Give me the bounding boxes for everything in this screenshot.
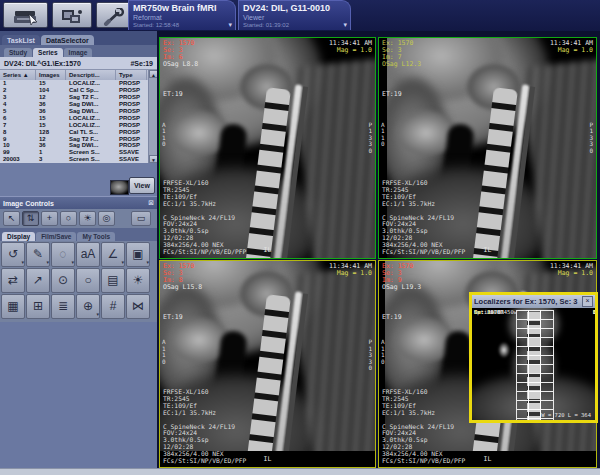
tab-series[interactable]: Series <box>33 48 63 57</box>
table-row[interactable]: 912Sag T2 F...PROSP <box>0 135 148 142</box>
table-row[interactable]: 115LOCALIZ...PROSP <box>0 80 148 87</box>
table-row[interactable]: 200033Screen S...SSAVE <box>0 156 148 163</box>
zoom-tool[interactable]: ○ <box>60 211 77 226</box>
column-header[interactable]: Series ▲ <box>0 70 36 80</box>
left-orientation-marker: A 1 1 0 <box>381 339 385 365</box>
rotate-flip-tool[interactable]: ↺▾ <box>1 242 25 267</box>
table-row[interactable]: 436Sag DWI...PROSP <box>0 101 148 108</box>
cine-tool[interactable]: ▤ <box>101 268 125 293</box>
pane-overlay: Ex: 1570Se: 3Im: 7OSag L12.3ET:1911:34:4… <box>379 38 596 258</box>
zoom-tool-icon: ○ <box>66 213 71 223</box>
contrast-tool[interactable]: ☀ <box>79 211 96 226</box>
session-subtitle: Viewer <box>243 14 346 21</box>
session-tab-reformat[interactable]: MR750w Brain fMRI Reformat Started: 12:5… <box>128 0 236 30</box>
table-cell: PROSP <box>116 122 147 128</box>
scan-parameters-block: FRFSE-XL/160 TR:2545 TE:109/Ef EC:1/1 35… <box>163 389 246 465</box>
image-controls-toolbar: ↖⇅+○☀◎▭ <box>0 209 157 228</box>
window-slider-tool[interactable]: ⇅ <box>22 211 39 226</box>
session-title: MR750w Brain fMRI <box>133 3 231 13</box>
layout-tool[interactable]: ⊞ <box>26 294 50 319</box>
image-controls-title: Image Controls <box>3 200 54 207</box>
annotate-arrow-tool-icon: ↗ <box>27 269 49 292</box>
table-scrollbar[interactable]: ▲ ▼ <box>148 70 157 163</box>
monitor-button[interactable]: ▭ <box>131 211 151 226</box>
table-row[interactable]: 312Sag T2 F...PROSP <box>0 94 148 101</box>
scan-parameters-block: FRFSE-XL/160 TR:2545 TE:109/Ef EC:1/1 35… <box>382 389 465 465</box>
cursor-tool[interactable]: ↖ <box>3 211 20 226</box>
table-cell: Sag DWI... <box>66 108 116 114</box>
tab-image[interactable]: Image <box>64 48 93 57</box>
table-row[interactable]: 1036Sag DWI...PROSP <box>0 142 148 149</box>
localizer-panel[interactable]: Localizers for Ex: 1570, Se: 3 × Optima … <box>469 292 598 423</box>
table-row[interactable]: 8128Cal TL S...PROSP <box>0 128 148 135</box>
data-subtab-bar: Study Series Image <box>0 45 157 57</box>
dropdown-arrow-icon[interactable]: ▾ <box>343 21 347 28</box>
window-level-readout: W = 720 L = 364 <box>541 412 591 418</box>
magnify-tool[interactable]: ○ <box>76 268 100 293</box>
localizer-titlebar[interactable]: Localizers for Ex: 1570, Se: 3 × <box>472 295 595 308</box>
viewport-pane-3[interactable]: Ex: 1570Se: 3Im: 8OSag L15.8ET:1911:34:4… <box>159 260 376 468</box>
close-icon[interactable]: ⊠ <box>148 199 154 207</box>
viewport-frame-tool[interactable]: ▣▾ <box>126 242 150 267</box>
tab-film-save[interactable]: Film/Save <box>36 232 76 241</box>
report-tool[interactable]: ≣ <box>51 294 75 319</box>
viewport-pane-1[interactable]: Ex: 1570Se: 3Im: 6OSag L8.8ET:1911:34:41… <box>159 37 376 259</box>
measure-tool[interactable]: ∠▾ <box>101 242 125 267</box>
slice-prescription-lines <box>516 310 554 420</box>
palette-tool[interactable]: ⊙ <box>51 268 75 293</box>
tab-display[interactable]: Display <box>2 232 35 241</box>
tool-tab-bar: Display Film/Save My Tools <box>0 228 157 241</box>
column-header[interactable]: Descripti... <box>66 70 116 80</box>
tab-tasklist[interactable]: TaskList <box>2 35 40 45</box>
tools-button[interactable] <box>96 2 132 28</box>
session-started: Started: 01:39:02 <box>243 22 346 28</box>
view-button[interactable]: View <box>129 177 155 194</box>
roi-ellipse-tool[interactable]: ◌▾ <box>51 242 75 267</box>
archive-button[interactable] <box>3 2 48 28</box>
page-tool[interactable]: ⇄ <box>1 268 25 293</box>
table-cell: 12 <box>36 94 66 100</box>
close-icon[interactable]: × <box>582 296 593 307</box>
image-management-button[interactable] <box>52 2 92 28</box>
dropdown-arrow-icon: ▾ <box>71 259 74 265</box>
table-cell: 15 <box>36 80 66 86</box>
text-annotation-tool[interactable]: aA <box>76 242 100 267</box>
cine-tool-icon: ▤ <box>102 269 124 292</box>
grid-tool[interactable]: ▦ <box>1 294 25 319</box>
tab-my-tools[interactable]: My Tools <box>77 232 115 241</box>
image-counter-tool[interactable]: # <box>101 294 125 319</box>
series-thumbnail[interactable] <box>110 180 129 195</box>
pan-tool[interactable]: + <box>41 211 58 226</box>
tab-study[interactable]: Study <box>4 48 32 57</box>
exam-path-bar: DV24: DIL^G1.\Ex:1570 #Se:19 <box>0 57 157 70</box>
table-cell: 5 <box>0 108 36 114</box>
table-cell: Screen S... <box>66 149 116 155</box>
table-row[interactable]: 991Screen S...SSAVE <box>0 149 148 156</box>
pane-overlay: Ex: 1570Se: 3Im: 6OSag L8.8ET:1911:34:41… <box>160 38 375 258</box>
zoom-region-tool[interactable]: ◎ <box>98 211 115 226</box>
viewport-pane-2[interactable]: Ex: 1570Se: 3Im: 7OSag L12.3ET:1911:34:4… <box>378 37 597 259</box>
dropdown-arrow-icon[interactable]: ▾ <box>228 21 232 28</box>
inferior-orientation-marker: IL <box>484 246 492 254</box>
annotate-arrow-tool[interactable]: ↗ <box>26 268 50 293</box>
table-row[interactable]: 2104Cal C Sp...PROSP <box>0 87 148 94</box>
table-cell: 128 <box>36 129 66 135</box>
inferior-orientation-marker: IL <box>484 455 492 463</box>
table-cell: 1 <box>36 149 66 155</box>
column-header[interactable]: Images <box>36 70 66 80</box>
tab-dataselector[interactable]: DataSelector <box>41 35 94 45</box>
merge-tool[interactable]: ⋈ <box>126 294 150 319</box>
column-header[interactable]: Type <box>116 70 147 80</box>
table-row[interactable]: 615LOCALIZ...PROSP <box>0 114 148 121</box>
table-row[interactable]: 715LOCALIZ...PROSP <box>0 121 148 128</box>
session-tab-viewer[interactable]: DV24: DIL, G11-0010 Viewer Started: 01:3… <box>238 0 351 30</box>
window-level-tool[interactable]: ☀ <box>126 268 150 293</box>
pane-id-block: Ex: 1570Se: 3Im: 9OSag L19.3 <box>382 263 421 291</box>
pane-id-block: Ex: 1570Se: 3Im: 8OSag L15.8 <box>163 263 202 291</box>
brush-tool[interactable]: ✎▾ <box>26 242 50 267</box>
table-row[interactable]: 536Sag DWI...PROSP <box>0 108 148 115</box>
table-cell: PROSP <box>116 108 147 114</box>
left-orientation-marker: A 1 1 0 <box>162 122 166 148</box>
save-state-tool[interactable]: ⊕▾ <box>76 294 100 319</box>
sidebar: TaskList DataSelector Study Series Image… <box>0 31 157 468</box>
